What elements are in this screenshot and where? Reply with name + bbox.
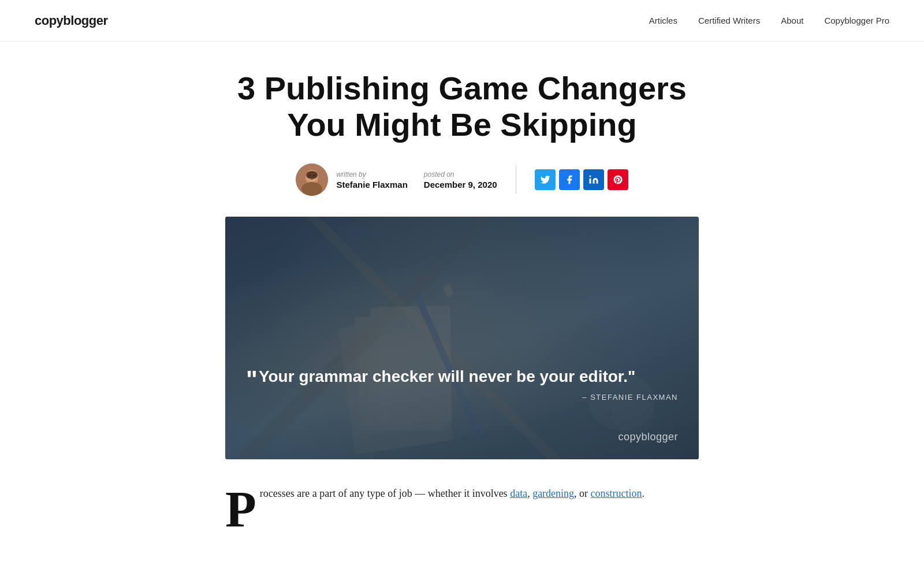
hero-quote: "Your grammar checker will never be your… <box>246 366 678 402</box>
nav-articles[interactable]: Articles <box>649 16 677 25</box>
gardening-link[interactable]: gardening <box>532 488 574 499</box>
svg-point-3 <box>306 171 318 179</box>
nav-about[interactable]: About <box>781 16 803 25</box>
svg-point-5 <box>309 175 311 177</box>
nav-certified-writers[interactable]: Certified Writers <box>698 16 760 25</box>
author-name: Stefanie Flaxman <box>336 180 407 189</box>
article-body: Processes are a part of any type of job … <box>225 485 699 503</box>
open-quote-icon: " <box>246 366 258 393</box>
site-logo[interactable]: copyblogger <box>35 13 108 28</box>
date-block: posted on December 9, 2020 <box>424 170 497 189</box>
pinterest-share-button[interactable] <box>608 169 628 190</box>
svg-point-7 <box>589 176 591 177</box>
hero-overlay <box>225 217 699 459</box>
twitter-share-button[interactable] <box>535 169 556 190</box>
article-first-paragraph: Processes are a part of any type of job … <box>225 485 699 503</box>
author-block: written by Stefanie Flaxman <box>296 163 407 196</box>
article-title: 3 Publishing Game Changers You Might Be … <box>225 70 699 143</box>
nav-links: Articles Certified Writers About Copyblo… <box>649 16 889 26</box>
linkedin-share-button[interactable] <box>583 169 604 190</box>
author-info: written by Stefanie Flaxman <box>336 170 407 189</box>
navigation: copyblogger Articles Certified Writers A… <box>0 0 924 42</box>
svg-point-6 <box>314 175 315 177</box>
svg-point-4 <box>301 182 322 196</box>
facebook-share-button[interactable] <box>559 169 580 190</box>
nav-copyblogger-pro[interactable]: Copyblogger Pro <box>824 16 889 25</box>
avatar <box>296 163 328 196</box>
construction-link[interactable]: construction <box>591 488 642 499</box>
social-buttons <box>535 169 628 190</box>
post-date: December 9, 2020 <box>424 180 497 189</box>
hero-watermark: copyblogger <box>618 431 678 443</box>
meta-row: written by Stefanie Flaxman posted on De… <box>225 163 699 196</box>
hero-quote-text: "Your grammar checker will never be your… <box>246 366 678 388</box>
posted-on-label: posted on <box>424 170 497 179</box>
hero-attribution: – STEFANIE FLAXMAN <box>246 393 678 402</box>
drop-cap: P <box>225 485 260 530</box>
hero-image: "Your grammar checker will never be your… <box>225 217 699 459</box>
written-by-label: written by <box>336 170 407 179</box>
meta-divider <box>516 165 516 194</box>
main-content: 3 Publishing Game Changers You Might Be … <box>214 42 710 537</box>
data-link[interactable]: data <box>510 488 527 499</box>
